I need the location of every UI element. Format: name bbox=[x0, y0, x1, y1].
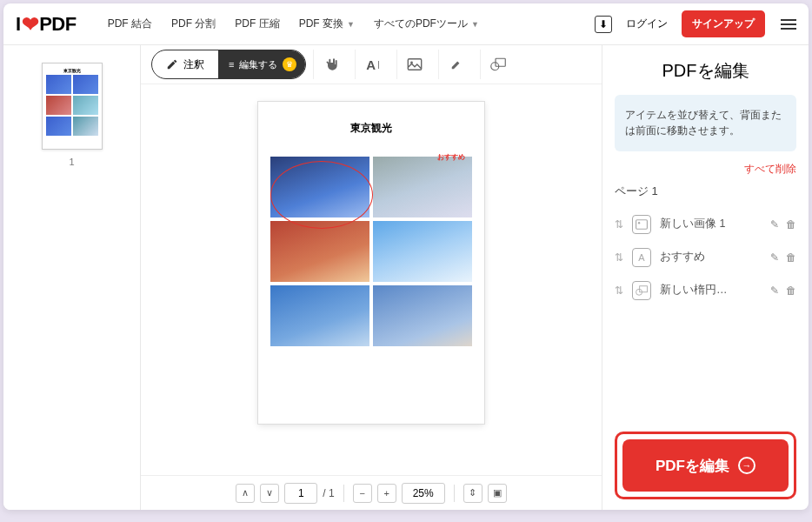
photo-tower bbox=[373, 221, 472, 282]
annotate-edit-toggle: 注釈 ≡ 編集する ♛ bbox=[151, 50, 306, 79]
trash-icon[interactable]: 🗑 bbox=[786, 218, 796, 231]
photo-diet bbox=[373, 285, 472, 346]
heart-icon: ❤ bbox=[22, 12, 39, 37]
svg-rect-4 bbox=[636, 220, 648, 230]
premium-badge-icon: ♛ bbox=[283, 57, 296, 71]
hamburger-menu-icon[interactable] bbox=[781, 17, 796, 32]
zoom-out-button[interactable]: − bbox=[353, 484, 372, 503]
photo-arena bbox=[270, 285, 369, 346]
edit-icon[interactable]: ✎ bbox=[770, 251, 779, 264]
canvas-area[interactable]: 東京観光 おすすめ bbox=[141, 84, 602, 475]
hand-tool-button[interactable] bbox=[313, 50, 348, 79]
edit-button[interactable]: ≡ 編集する ♛ bbox=[218, 50, 305, 78]
shape-tool-button[interactable] bbox=[480, 50, 515, 79]
prev-page-button[interactable]: ∧ bbox=[236, 484, 255, 503]
thumbnail-number: 1 bbox=[69, 157, 74, 167]
drag-handle-icon[interactable]: ⇅ bbox=[615, 284, 623, 297]
drag-handle-icon[interactable]: ⇅ bbox=[615, 218, 623, 231]
signup-button[interactable]: サインアップ bbox=[682, 10, 765, 37]
drag-handle-icon[interactable]: ⇅ bbox=[615, 251, 623, 264]
svg-rect-2 bbox=[496, 58, 505, 66]
layer-item-image[interactable]: ⇅ 新しい画像 1 ✎🗑 bbox=[615, 208, 796, 241]
page-number-input[interactable] bbox=[284, 483, 317, 504]
pager-bar: ∧ ∨ / 1 − + ⇕ ▣ bbox=[141, 475, 602, 510]
zoom-input[interactable] bbox=[402, 483, 445, 504]
panel-title: PDFを編集 bbox=[615, 59, 796, 83]
nav-all-tools[interactable]: すべてのPDFツール▼ bbox=[374, 17, 479, 31]
edit-icon[interactable]: ✎ bbox=[770, 218, 779, 231]
fit-page-button[interactable]: ▣ bbox=[488, 484, 507, 503]
photo-skytree bbox=[270, 157, 369, 218]
image-tool-button[interactable] bbox=[396, 50, 431, 79]
trash-icon[interactable]: 🗑 bbox=[786, 284, 796, 297]
photo-temple bbox=[270, 221, 369, 282]
svg-rect-6 bbox=[640, 286, 648, 292]
nav-links: PDF 結合 PDF 分割 PDF 圧縮 PDF 変換▼ すべてのPDFツール▼ bbox=[108, 17, 479, 31]
nav-merge[interactable]: PDF 結合 bbox=[108, 17, 152, 31]
caret-down-icon: ▼ bbox=[347, 20, 355, 29]
recommend-label: おすすめ bbox=[437, 152, 465, 162]
submit-button-highlight: PDFを編集 → bbox=[615, 432, 796, 499]
svg-point-5 bbox=[638, 222, 640, 224]
next-page-button[interactable]: ∨ bbox=[260, 484, 279, 503]
image-icon bbox=[632, 215, 651, 234]
editor-toolbar: 注釈 ≡ 編集する ♛ A| bbox=[141, 45, 602, 84]
login-link[interactable]: ログイン bbox=[626, 17, 668, 31]
pencil-icon bbox=[166, 58, 178, 70]
layer-label: 新しい画像 1 bbox=[660, 217, 762, 231]
svg-rect-0 bbox=[408, 59, 421, 70]
page-title: 東京観光 bbox=[270, 121, 472, 136]
layer-item-text[interactable]: ⇅ A おすすめ ✎🗑 bbox=[615, 241, 796, 274]
edit-icon[interactable]: ✎ bbox=[770, 284, 779, 297]
shape-icon bbox=[632, 281, 651, 300]
nav-compress[interactable]: PDF 圧縮 bbox=[235, 17, 279, 31]
text-icon: A bbox=[632, 248, 651, 267]
pdf-page[interactable]: 東京観光 おすすめ bbox=[258, 102, 484, 424]
arrow-right-icon: → bbox=[738, 457, 755, 474]
download-icon[interactable]: ⬇ bbox=[595, 16, 612, 33]
info-box: アイテムを並び替えて、背面または前面に移動させます。 bbox=[615, 95, 796, 151]
text-tool-button[interactable]: A| bbox=[355, 50, 389, 79]
photo-grid bbox=[270, 157, 472, 346]
logo[interactable]: I ❤ PDF bbox=[16, 12, 77, 37]
delete-all-link[interactable]: すべて削除 bbox=[615, 162, 796, 177]
top-navigation: I ❤ PDF PDF 結合 PDF 分割 PDF 圧縮 PDF 変換▼ すべて… bbox=[3, 3, 809, 45]
layer-label: 新しい楕円… bbox=[660, 283, 762, 298]
caret-down-icon: ▼ bbox=[471, 20, 479, 29]
list-icon: ≡ bbox=[229, 59, 234, 70]
page-thumbnail[interactable]: 東京観光 bbox=[42, 63, 103, 150]
annotate-button[interactable]: 注釈 bbox=[152, 50, 218, 78]
trash-icon[interactable]: 🗑 bbox=[786, 251, 796, 264]
layer-item-shape[interactable]: ⇅ 新しい楕円… ✎🗑 bbox=[615, 274, 796, 307]
draw-tool-button[interactable] bbox=[438, 50, 473, 79]
page-total: / 1 bbox=[323, 487, 334, 499]
fit-height-button[interactable]: ⇕ bbox=[463, 484, 483, 503]
thumbnail-sidebar: 東京観光 1 bbox=[3, 45, 141, 510]
photo-crossing bbox=[373, 157, 472, 218]
logo-text-left: I bbox=[16, 13, 21, 36]
edit-pdf-button[interactable]: PDFを編集 → bbox=[622, 439, 789, 492]
zoom-in-button[interactable]: + bbox=[377, 484, 396, 503]
right-panel: PDFを編集 アイテムを並び替えて、背面または前面に移動させます。 すべて削除 … bbox=[602, 45, 809, 510]
editor-area: 注釈 ≡ 編集する ♛ A| 東京観光 おすすめ bbox=[141, 45, 602, 510]
nav-convert[interactable]: PDF 変換▼ bbox=[299, 17, 355, 31]
nav-split[interactable]: PDF 分割 bbox=[171, 17, 216, 31]
logo-text-right: PDF bbox=[39, 13, 77, 36]
layer-label: おすすめ bbox=[660, 250, 762, 264]
page-section-label: ページ 1 bbox=[615, 184, 796, 199]
